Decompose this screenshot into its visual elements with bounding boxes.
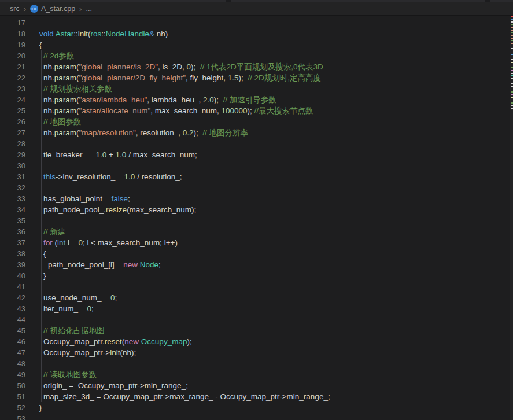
code-line[interactable]: 51map_size_3d_ = Occupy_map_ptr->max_ran… — [0, 391, 513, 402]
code-line[interactable]: 44 — [0, 314, 513, 325]
line-number[interactable]: 51 — [0, 391, 25, 402]
code-line[interactable]: 40} — [0, 270, 513, 281]
line-number[interactable]: 47 — [0, 347, 25, 358]
line-number[interactable]: 33 — [0, 193, 25, 204]
code-line[interactable]: 26// 地图参数 — [0, 116, 513, 127]
breadcrumb-item-file[interactable]: A_star.cpp — [41, 5, 75, 13]
code-line[interactable]: 28 — [0, 138, 513, 149]
code-text: for (int i = 0; i < max_search_num; i++) — [39, 237, 178, 248]
indent-guide — [41, 149, 42, 160]
code-token: init — [110, 348, 120, 357]
indent-guide — [41, 138, 42, 149]
code-line[interactable]: 46Occupy_map_ptr.reset(new Occupy_map); — [0, 336, 513, 347]
line-number[interactable]: 32 — [0, 182, 25, 193]
line-number[interactable]: 45 — [0, 325, 25, 336]
line-number[interactable]: 20 — [0, 50, 25, 61]
line-number[interactable]: 41 — [0, 281, 25, 292]
code-line[interactable]: 34path_node_pool_.resize(max_search_num)… — [0, 204, 513, 215]
code-line[interactable]: 31this->inv_resolution_ = 1.0 / resoluti… — [0, 171, 513, 182]
code-token: 1.0 — [116, 150, 127, 159]
line-number[interactable]: 42 — [0, 292, 25, 303]
line-number[interactable]: 44 — [0, 314, 25, 325]
line-number[interactable]: 50 — [0, 380, 25, 391]
code-line[interactable]: 21nh.param("global_planner/is_2D", is_2D… — [0, 61, 513, 72]
line-number[interactable]: 46 — [0, 336, 25, 347]
chevron-right-icon: › — [24, 5, 26, 13]
code-line[interactable]: 43iter_num_ = 0; — [0, 303, 513, 314]
code-line[interactable]: 52} — [0, 402, 513, 413]
code-line[interactable]: 30 — [0, 160, 513, 171]
code-editor[interactable]: 16}1718void Astar::init(ros::NodeHandle&… — [0, 16, 513, 420]
code-line[interactable]: 41 — [0, 281, 513, 292]
code-line[interactable]: 19{ — [0, 39, 513, 50]
line-number[interactable]: 37 — [0, 237, 25, 248]
code-line[interactable]: 29tie_breaker_ = 1.0 + 1.0 / max_search_… — [0, 149, 513, 160]
line-number[interactable]: 49 — [0, 369, 25, 380]
line-number[interactable]: 38 — [0, 248, 25, 259]
chevron-right-icon: › — [79, 5, 82, 13]
code-line[interactable]: 22nh.param("global_planner/2D_fly_height… — [0, 72, 513, 83]
code-line[interactable]: 33has_global_point = false; — [0, 193, 513, 204]
code-token: // 加速引导参数 — [223, 95, 276, 104]
code-line[interactable]: 48 — [0, 358, 513, 369]
line-number[interactable]: 43 — [0, 303, 25, 314]
code-line[interactable]: 32 — [0, 182, 513, 193]
minimap[interactable] — [510, 16, 513, 420]
code-line[interactable]: 35 — [0, 215, 513, 226]
line-number[interactable]: 30 — [0, 160, 25, 171]
code-line[interactable]: 39path_node_pool_[i] = new Node; — [0, 259, 513, 270]
code-line[interactable]: 53 — [0, 413, 513, 420]
line-number[interactable]: 39 — [0, 259, 25, 270]
code-line[interactable]: 18void Astar::init(ros::NodeHandle& nh) — [0, 28, 513, 39]
code-line[interactable]: 47Occupy_map_ptr->init(nh); — [0, 347, 513, 358]
code-line[interactable]: 38{ — [0, 248, 513, 259]
line-number[interactable]: 28 — [0, 138, 25, 149]
minimap-mark — [511, 59, 513, 60]
line-number[interactable]: 29 — [0, 149, 25, 160]
code-text: Occupy_map_ptr->init(nh); — [39, 347, 136, 358]
line-number[interactable]: 52 — [0, 402, 25, 413]
line-number[interactable]: 34 — [0, 204, 25, 215]
breadcrumb-item-symbol[interactable]: ... — [86, 5, 91, 13]
line-number[interactable]: 17 — [0, 17, 25, 28]
code-line[interactable]: 24nh.param("astar/lambda_heu", lambda_he… — [0, 94, 513, 105]
line-number[interactable]: 18 — [0, 28, 25, 39]
code-line[interactable]: 27nh.param("map/resolution", resolution_… — [0, 127, 513, 138]
line-number[interactable]: 24 — [0, 94, 25, 105]
code-token: 100000 — [222, 106, 248, 115]
code-line[interactable]: 37for (int i = 0; i < max_search_num; i+… — [0, 237, 513, 248]
minimap-mark — [511, 35, 513, 36]
line-number[interactable]: 21 — [0, 61, 25, 72]
code-line[interactable]: 45// 初始化占据地图 — [0, 325, 513, 336]
code-token: 0 — [187, 62, 191, 71]
code-token: param — [54, 62, 76, 71]
breadcrumb-item-src[interactable]: src — [10, 5, 20, 13]
code-line[interactable]: 23// 规划搜索相关参数 — [0, 83, 513, 94]
indent-guide — [41, 171, 42, 182]
indent-guide — [41, 303, 42, 314]
line-number[interactable]: 23 — [0, 83, 25, 94]
line-number[interactable]: 27 — [0, 127, 25, 138]
line-number[interactable]: 25 — [0, 105, 25, 116]
code-line[interactable]: 25nh.param("astar/allocate_num", max_sea… — [0, 105, 513, 116]
code-text: Occupy_map_ptr.reset(new Occupy_map); — [39, 336, 192, 347]
code-line[interactable]: 17 — [0, 17, 513, 28]
line-number[interactable]: 40 — [0, 270, 25, 281]
line-number[interactable]: 26 — [0, 116, 25, 127]
line-number[interactable]: 53 — [0, 413, 25, 420]
code-token: nh. — [43, 73, 54, 82]
code-token: 0 — [87, 304, 91, 313]
line-number[interactable]: 22 — [0, 72, 25, 83]
code-line[interactable]: 42use_node_num_ = 0; — [0, 292, 513, 303]
line-number[interactable]: 35 — [0, 215, 25, 226]
line-number[interactable]: 36 — [0, 226, 25, 237]
line-number[interactable]: 19 — [0, 39, 25, 50]
code-line[interactable]: 49// 读取地图参数 — [0, 369, 513, 380]
code-line[interactable]: 50origin_ = Occupy_map_ptr->min_range_; — [0, 380, 513, 391]
code-text: use_node_num_ = 0; — [39, 292, 117, 303]
code-line[interactable]: 36// 新建 — [0, 226, 513, 237]
line-number[interactable]: 31 — [0, 171, 25, 182]
code-token: param — [54, 95, 76, 104]
code-line[interactable]: 20// 2d参数 — [0, 50, 513, 61]
line-number[interactable]: 48 — [0, 358, 25, 369]
